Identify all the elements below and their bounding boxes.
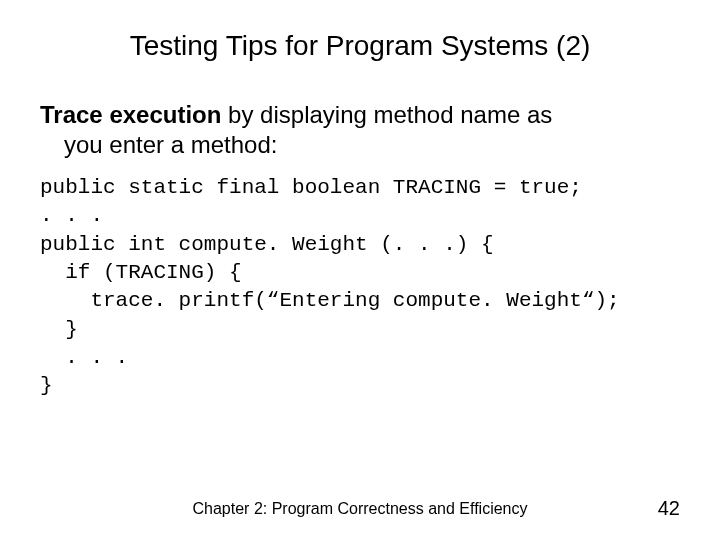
- code-line: trace. printf(“Entering compute. Weight“…: [40, 289, 620, 312]
- lead-bold: Trace execution: [40, 101, 221, 128]
- code-line: if (TRACING) {: [40, 261, 242, 284]
- footer: Chapter 2: Program Correctness and Effic…: [0, 497, 720, 520]
- body-paragraph: Trace execution by displaying method nam…: [40, 100, 680, 160]
- code-line: }: [40, 318, 78, 341]
- code-line: . . .: [40, 346, 128, 369]
- slide-title: Testing Tips for Program Systems (2): [40, 30, 680, 62]
- code-line: public int compute. Weight (. . .) {: [40, 233, 494, 256]
- code-line: public static final boolean TRACING = tr…: [40, 176, 582, 199]
- slide: Testing Tips for Program Systems (2) Tra…: [0, 0, 720, 540]
- page-number: 42: [640, 497, 680, 520]
- lead-line2: you enter a method:: [40, 130, 680, 160]
- code-line: . . .: [40, 204, 103, 227]
- code-block: public static final boolean TRACING = tr…: [40, 174, 680, 401]
- code-line: }: [40, 374, 53, 397]
- lead-rest: by displaying method name as: [221, 101, 552, 128]
- footer-chapter: Chapter 2: Program Correctness and Effic…: [80, 500, 640, 518]
